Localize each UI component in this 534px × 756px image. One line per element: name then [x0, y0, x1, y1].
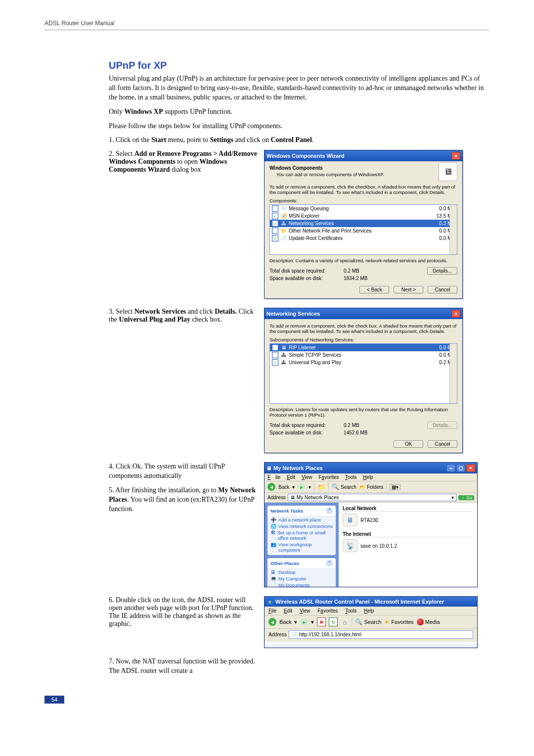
folders-button[interactable]: 📂Folders [359, 484, 383, 490]
description-text: Listens for route updates sent by router… [269, 407, 448, 418]
back-icon[interactable]: ◄ [267, 483, 275, 491]
close-icon[interactable]: × [451, 310, 460, 318]
running-header: ADSL Router User Manual [44, 20, 490, 30]
checkbox[interactable] [272, 359, 278, 366]
sidebar-item[interactable]: 🌐View network connections [270, 523, 333, 529]
menu-file: File [267, 474, 280, 480]
menu-help: Help [363, 474, 373, 480]
dialog-hint: To add or remove a component, click the … [269, 323, 457, 334]
dialog-heading: Windows Components [269, 165, 457, 171]
intro-paragraph-3: Please follow the steps below for instal… [109, 122, 485, 131]
sidebar-item[interactable]: 🛠Set up a home or small office network [270, 529, 333, 541]
chevron-up-icon[interactable]: ˄ [326, 507, 333, 514]
sidebar-item[interactable]: ➕Add a network place [270, 517, 333, 523]
menu-tools: Tools [345, 608, 356, 614]
checkbox[interactable] [272, 213, 278, 219]
menu-bar[interactable]: File Edit View Favorites Tools Help [265, 607, 477, 615]
forward-icon[interactable]: ► [298, 483, 306, 491]
media-icon [417, 618, 424, 625]
view-conn-icon: 🌐 [270, 523, 276, 529]
desktop-icon: 🖥 [270, 569, 276, 575]
cancel-button[interactable]: Cancel [428, 286, 457, 293]
chevron-up-icon[interactable]: ˄ [326, 560, 333, 567]
details-button[interactable]: Details... [427, 267, 457, 275]
dialog-title: Windows Components Wizard [267, 153, 451, 159]
menu-edit: Edit [284, 608, 292, 614]
favorites-button[interactable]: ★Favorites [384, 618, 413, 625]
page-number: 54 [44, 696, 64, 704]
upnp-icon: 🖧 [280, 360, 287, 365]
dialog-hint: To add or remove a component, click the … [269, 184, 457, 195]
device-icon: 🖥 [343, 514, 357, 526]
msn-explorer-icon: 🧭 [280, 213, 287, 219]
folders-icon: 📂 [359, 484, 365, 490]
menu-tools: Tools [345, 474, 356, 480]
sidebar-item[interactable]: 🖥Desktop [270, 569, 333, 575]
components-label: Components: [269, 198, 457, 203]
star-icon: ★ [384, 618, 390, 625]
subcomponents-list[interactable]: 🖥RIP Listener0.0 MB 🖧Simple TCP/IP Servi… [269, 343, 457, 404]
device-rta230[interactable]: 🖥RTA230 [343, 514, 473, 526]
setup-net-icon: 🛠 [270, 530, 275, 535]
sidebar-item[interactable]: 👥View workgroup computers [270, 541, 333, 553]
search-icon: 🔍 [332, 483, 339, 490]
checkbox[interactable] [272, 220, 278, 227]
refresh-icon[interactable]: ↻ [329, 617, 338, 626]
disk-required-value: 0.2 MB [344, 423, 383, 428]
back-icon[interactable]: ◄ [268, 618, 276, 626]
components-list[interactable]: 📨Message Queuing0.0 MB 🧭MSN Explorer13.5… [269, 204, 457, 255]
checkbox[interactable] [272, 205, 278, 212]
menu-edit: Edit [287, 474, 295, 480]
next-button[interactable]: Next > [394, 286, 423, 293]
page-icon: 📄 [291, 632, 297, 637]
back-label: Back [278, 484, 289, 490]
intro-paragraph-1: Universal plug and play (UPnP) is an arc… [109, 74, 485, 102]
go-button[interactable]: → Go [458, 495, 474, 500]
views-icon[interactable]: ▦▾ [390, 484, 400, 490]
search-button[interactable]: 🔍Search [332, 483, 356, 490]
rip-listener-icon: 🖥 [280, 345, 287, 350]
section-title: UPnP for XP [109, 60, 485, 71]
details-button[interactable]: Details... [427, 422, 457, 429]
step-4: 4. Click Ok. The system will install UPn… [109, 462, 257, 481]
home-icon[interactable]: ⌂ [341, 618, 349, 626]
checkbox[interactable] [272, 228, 278, 234]
update-root-cert-icon: 📄 [280, 236, 287, 241]
networking-services-icon: 🖧 [280, 221, 287, 226]
other-net-icon: 📁 [280, 228, 287, 234]
toolbar[interactable]: ◄ Back ▾ ► ▾ ✖ ↻ ⌂ 🔍Search ★Favorites Me… [265, 615, 477, 629]
forward-icon[interactable]: ► [300, 618, 308, 626]
close-icon[interactable]: × [466, 464, 475, 472]
minimize-icon[interactable]: ‒ [446, 464, 455, 472]
stop-icon[interactable]: ✖ [317, 617, 326, 626]
sidebar-item[interactable]: 📄My Documents [270, 582, 333, 587]
subcomponents-label: Subcomponents of Networking Services: [269, 337, 457, 342]
close-icon[interactable]: × [451, 152, 460, 160]
checkbox[interactable] [272, 352, 278, 358]
windows-components-wizard-dialog: Windows Components Wizard × 🖥 Windows Co… [264, 150, 463, 299]
device-save[interactable]: 📡save on 10.0.1.2 [343, 539, 473, 552]
cancel-button[interactable]: Cancel [428, 440, 457, 448]
networking-services-dialog: Networking Services × To add or remove a… [264, 308, 463, 453]
back-button[interactable]: < Back [359, 286, 389, 293]
network-places-icon: 🖥 [290, 495, 295, 500]
step-5: 5. After finishing the installation, go … [109, 486, 257, 514]
search-icon: 🔍 [355, 618, 362, 625]
sidebar-item[interactable]: 💻My Computer [270, 575, 333, 582]
address-bar[interactable]: Address 📄http://192.168.1.1/index.html [265, 629, 477, 642]
menu-view: View [302, 474, 312, 480]
add-place-icon: ➕ [270, 517, 276, 522]
checkbox[interactable] [272, 235, 278, 241]
dialog-title: Networking Services [267, 311, 451, 317]
window-title: Wireless ADSL Router Control Panel - Mic… [275, 599, 475, 605]
media-button[interactable]: Media [417, 618, 440, 625]
search-button[interactable]: 🔍Search [355, 618, 381, 625]
up-icon[interactable]: 📁 [317, 483, 325, 491]
ok-button[interactable]: OK [394, 440, 423, 448]
toolbar[interactable]: ◄ Back▾ ►▾ 📁 🔍Search 📂Folders ▦▾ [265, 481, 477, 493]
address-bar[interactable]: Address 🖥My Network Places▾ → Go [265, 493, 477, 503]
menu-bar[interactable]: File Edit View Favorites Tools Help [265, 473, 477, 481]
maximize-icon[interactable]: ▢ [456, 464, 465, 472]
group-internet: The Internet [343, 531, 473, 537]
checkbox[interactable] [272, 344, 278, 351]
